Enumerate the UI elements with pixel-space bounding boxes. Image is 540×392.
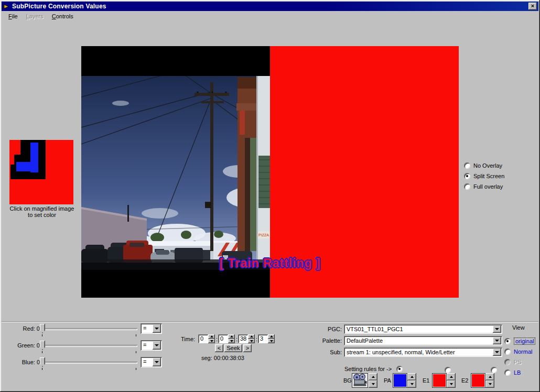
blue-op-dropdown-arrow-icon[interactable] <box>153 358 161 366</box>
blue-slider-tick-left <box>42 368 42 370</box>
view-normal-label: Normal <box>514 349 532 355</box>
magnified-subpicture-image[interactable] <box>9 140 73 204</box>
time-frames-up-icon[interactable] <box>268 334 275 339</box>
green-op-dropdown-arrow-icon[interactable] <box>153 341 161 350</box>
e1-color-swatch[interactable] <box>432 373 447 388</box>
setting-rules-pa-radio[interactable] <box>396 366 403 372</box>
time-minutes-spinner[interactable] <box>228 334 235 343</box>
blue-slider-label: Blue: 0 <box>9 359 40 365</box>
time-hours-down-icon[interactable] <box>208 339 215 344</box>
bg-down-icon[interactable] <box>369 380 377 388</box>
blue-op-dropdown[interactable]: = <box>141 357 162 367</box>
setting-rules-label: Setting rules for -> <box>344 366 392 372</box>
time-hours-field[interactable]: 0 <box>198 334 208 343</box>
menu-controls[interactable]: Controls <box>48 12 77 20</box>
time-minutes-down-icon[interactable] <box>228 339 235 344</box>
time-hours-up-icon[interactable] <box>208 334 215 339</box>
close-button[interactable]: × <box>528 3 537 10</box>
view-normal-row[interactable]: Normal <box>504 348 532 355</box>
e1-down-icon[interactable] <box>447 380 456 388</box>
blue-slider-track[interactable] <box>41 362 137 364</box>
bottom-panel-separator <box>2 321 538 322</box>
full-overlay-radio[interactable] <box>464 183 470 190</box>
view-original-radio[interactable] <box>504 338 511 344</box>
e1-spinner[interactable] <box>447 373 456 388</box>
pa-spinner[interactable] <box>407 373 416 388</box>
blue-op-value: = <box>143 358 146 365</box>
view-group-label: View <box>512 324 525 331</box>
bg-label: BG <box>343 377 352 384</box>
time-frames-spinner[interactable] <box>268 334 275 343</box>
time-seconds-spinner[interactable] <box>248 334 255 343</box>
red-op-dropdown[interactable]: = <box>141 323 162 334</box>
full-overlay-label: Full overlay <box>473 183 503 190</box>
no-overlay-label: No Overlay <box>473 162 502 169</box>
e2-color-swatch[interactable] <box>471 373 485 388</box>
e2-down-icon[interactable] <box>485 380 494 388</box>
time-sep-3: : <box>256 336 257 342</box>
green-op-dropdown[interactable]: = <box>141 340 162 351</box>
no-overlay-radio[interactable] <box>464 162 470 169</box>
magnifier-caption: Click on magnified image to set color <box>4 205 80 218</box>
time-hours-spinner[interactable] <box>208 334 215 343</box>
bg-spinner[interactable] <box>369 373 377 388</box>
video-preview[interactable]: PIZZA <box>81 46 459 298</box>
sub-combobox[interactable]: stream 1: unspecified, normal, Wide/Lett… <box>344 347 502 357</box>
app-window: SubPicture Conversion Values × File Laye… <box>0 0 540 392</box>
pa-color-swatch[interactable] <box>393 373 407 388</box>
time-seconds-field[interactable]: 38 <box>238 334 248 343</box>
pgc-combobox[interactable]: VTS01_TTL01_PGC1 <box>344 324 502 334</box>
bg-swatch-button[interactable] <box>352 373 368 388</box>
time-frames-down-icon[interactable] <box>268 339 275 344</box>
green-op-value: = <box>143 342 146 348</box>
red-slider-tick-left <box>42 334 42 336</box>
red-slider-thumb[interactable] <box>40 324 45 333</box>
view-lb-row[interactable]: LB <box>504 369 521 376</box>
red-op-dropdown-arrow-icon[interactable] <box>153 324 161 333</box>
e2-up-icon[interactable] <box>485 373 494 380</box>
setting-rules-e2-radio[interactable] <box>491 367 497 373</box>
magnifier-caption-line1: Click on magnified image <box>4 205 80 212</box>
pgc-dropdown-arrow-icon[interactable] <box>493 325 501 333</box>
seek-button[interactable]: Seek <box>224 344 242 352</box>
video-frame-photo: PIZZA <box>81 76 270 270</box>
green-slider-label: Green: 0 <box>9 342 40 349</box>
view-original-row[interactable]: original <box>504 337 535 345</box>
seek-next-button[interactable]: > <box>243 344 252 352</box>
red-slider-track[interactable] <box>41 328 137 330</box>
e2-spinner[interactable] <box>485 373 494 388</box>
setting-rules-e1-radio[interactable] <box>445 367 451 373</box>
palette-dropdown-arrow-icon[interactable] <box>493 337 501 344</box>
split-screen-radio[interactable] <box>464 173 470 179</box>
e1-up-icon[interactable] <box>447 373 456 380</box>
time-minutes-up-icon[interactable] <box>228 334 235 339</box>
menubar: File Layers Controls <box>2 11 538 21</box>
radio-row-split-screen[interactable]: Split Screen <box>464 172 504 180</box>
time-seconds-up-icon[interactable] <box>248 334 255 339</box>
pgc-label: PGC: <box>310 326 342 332</box>
pgc-value: VTS01_TTL01_PGC1 <box>347 326 403 332</box>
time-sep-1: : <box>216 336 218 342</box>
seek-prev-button[interactable]: < <box>215 344 223 352</box>
blue-slider-thumb[interactable] <box>40 357 45 367</box>
radio-row-full-overlay[interactable]: Full overlay <box>464 183 503 190</box>
time-sep-2: : <box>236 336 237 342</box>
palette-combobox[interactable]: DefaultPalette <box>344 336 502 345</box>
bg-up-icon[interactable] <box>369 373 377 380</box>
green-slider-track[interactable] <box>41 345 137 347</box>
magnifier-caption-line2: to set color <box>4 212 80 218</box>
sub-dropdown-arrow-icon[interactable] <box>493 349 501 356</box>
view-normal-radio[interactable] <box>504 349 511 355</box>
radio-row-no-overlay[interactable]: No Overlay <box>464 162 502 169</box>
time-seconds-down-icon[interactable] <box>248 339 255 344</box>
green-slider-tick-right <box>136 351 136 353</box>
view-ps-radio <box>504 359 511 365</box>
green-slider-thumb[interactable] <box>40 341 45 350</box>
time-frames-field[interactable]: 3 <box>258 334 268 343</box>
view-lb-radio[interactable] <box>504 369 511 376</box>
pa-down-icon[interactable] <box>407 380 416 388</box>
pa-up-icon[interactable] <box>407 373 416 380</box>
time-minutes-field[interactable]: 0 <box>218 334 228 343</box>
red-slider-label: Red: 0 <box>9 325 40 332</box>
menu-file[interactable]: File <box>5 12 21 20</box>
